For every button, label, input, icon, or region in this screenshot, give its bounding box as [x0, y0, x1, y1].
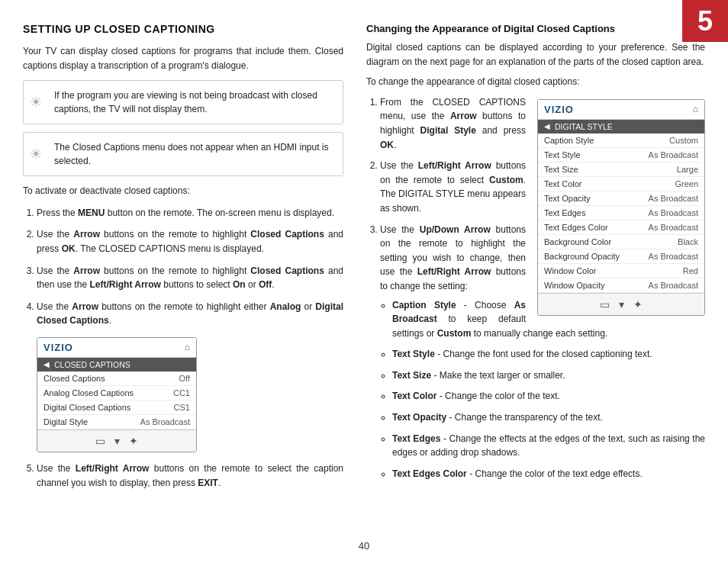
- right-column: Changing the Appearance of Digital Close…: [359, 23, 705, 540]
- left-menu-row-1: Analog Closed Captions CC1: [37, 386, 196, 401]
- right-row-8-value: As Broadcast: [649, 252, 698, 261]
- vizio-logo-right: VIZIO: [544, 104, 574, 115]
- left-row-0-value: Off: [179, 374, 190, 383]
- right-menu-row-0: Caption Style Custom: [538, 134, 704, 148]
- right-row-6-label: Text Edges Color: [544, 223, 608, 232]
- vizio-menu-right-footer: ▭ ▾ ✦: [538, 293, 704, 315]
- right-row-7-label: Background Color: [544, 237, 611, 246]
- right-menu-row-8: Background Opacity As Broadcast: [538, 249, 704, 264]
- right-row-3-value: Green: [675, 179, 698, 188]
- left-menu-row-2: Digital Closed Captions CS1: [37, 401, 196, 415]
- right-content-area: VIZIO ⌂ ◀ DIGITAL STYLE Caption Style Cu…: [366, 95, 705, 488]
- bullet-text-size: Text Size - Make the text larger or smal…: [392, 368, 705, 383]
- intro-text: Your TV can display closed captions for …: [23, 44, 343, 72]
- right-row-2-value: Large: [677, 165, 698, 174]
- right-row-10-label: Window Opacity: [544, 281, 604, 290]
- footer-icon-right-2: ▾: [619, 298, 624, 310]
- right-arrow-icon: ◀: [544, 122, 550, 130]
- left-row-1-label: Analog Closed Captions: [43, 388, 134, 397]
- vizio-menu-left: VIZIO ⌂ ◀ CLOSED CAPTIONS Closed Caption…: [37, 337, 197, 452]
- bullet-text-style: Text Style - Change the font used for th…: [392, 347, 705, 362]
- chapter-number: 5: [697, 5, 713, 37]
- bullet-text-opacity: Text Opacity - Change the transparency o…: [392, 410, 705, 425]
- footer-icon-left-2: ▾: [114, 435, 120, 447]
- right-row-4-label: Text Opacity: [544, 194, 591, 203]
- right-menu-row-1: Text Style As Broadcast: [538, 148, 704, 162]
- left-menu-row-0: Closed Captions Off: [37, 372, 196, 386]
- right-menu-row-6: Text Edges Color As Broadcast: [538, 220, 704, 235]
- vizio-logo-left: VIZIO: [43, 342, 73, 353]
- left-steps-list: Press the MENU button on the remote. The…: [23, 206, 343, 328]
- vizio-menu-right-header: VIZIO ⌂: [538, 100, 704, 120]
- info-box-2: ☀ The Closed Captions menu does not appe…: [23, 132, 343, 176]
- right-row-5-value: As Broadcast: [649, 208, 698, 217]
- bulb-icon-1: ☀: [30, 92, 42, 113]
- right-bullets-list: Caption Style - Choose As Broadcast to k…: [380, 298, 705, 481]
- right-section-title: Changing the Appearance of Digital Close…: [366, 23, 705, 34]
- right-menu-row-9: Window Color Red: [538, 264, 704, 278]
- vizio-menu-left-footer: ▭ ▾ ✦: [37, 429, 196, 452]
- right-row-9-value: Red: [683, 266, 698, 275]
- bullet-text-color: Text Color - Change the color of the tex…: [392, 389, 705, 404]
- right-menu-row-4: Text Opacity As Broadcast: [538, 191, 704, 206]
- footer-icon-left-1: ▭: [95, 435, 105, 447]
- left-arrow-icon: ◀: [43, 360, 50, 368]
- left-row-3-value: As Broadcast: [140, 417, 190, 426]
- left-row-1-value: CC1: [173, 388, 190, 397]
- left-step-4: Use the Arrow buttons on the remote to h…: [37, 300, 343, 328]
- right-menu-row-2: Text Size Large: [538, 162, 704, 177]
- vizio-menu-right-tab: ◀ DIGITAL STYLE: [538, 120, 704, 134]
- section-title: SETTING UP CLOSED CAPTIONING: [23, 23, 343, 35]
- left-tab-label: CLOSED CAPTIONS: [54, 360, 130, 369]
- right-row-7-value: Black: [678, 237, 698, 246]
- right-intro: Digital closed captions can be displayed…: [366, 40, 705, 69]
- home-icon-left: ⌂: [185, 342, 190, 352]
- right-row-0-label: Caption Style: [544, 136, 594, 145]
- right-row-6-value: As Broadcast: [649, 223, 698, 232]
- right-row-0-value: Custom: [669, 136, 698, 145]
- chapter-badge: 5: [682, 0, 728, 42]
- left-row-2-label: Digital Closed Captions: [43, 403, 130, 412]
- vizio-menu-left-tab: ◀ CLOSED CAPTIONS: [37, 358, 196, 372]
- footer-icon-left-3: ✦: [129, 435, 138, 447]
- left-step-1: Press the MENU button on the remote. The…: [37, 206, 343, 220]
- right-row-1-value: As Broadcast: [649, 150, 698, 159]
- left-step-5-list: Use the Left/Right Arrow buttons on the …: [23, 462, 343, 490]
- right-row-4-value: As Broadcast: [649, 194, 698, 203]
- left-row-0-label: Closed Captions: [43, 374, 105, 383]
- right-tab-label: DIGITAL STYLE: [555, 122, 613, 131]
- footer-icon-right-3: ✦: [633, 298, 643, 310]
- left-step-2: Use the Arrow buttons on the remote to h…: [37, 227, 343, 256]
- vizio-menu-left-header: VIZIO ⌂: [37, 338, 196, 358]
- right-row-2-label: Text Size: [544, 165, 578, 174]
- right-row-5-label: Text Edges: [544, 208, 585, 217]
- bulb-icon-2: ☀: [30, 144, 42, 165]
- activate-label: To activate or deactivate closed caption…: [23, 184, 343, 198]
- right-change-label: To change the appearance of digital clos…: [366, 75, 705, 89]
- right-menu-row-7: Background Color Black: [538, 235, 704, 249]
- info-box-1: ☀ If the program you are viewing is not …: [23, 80, 343, 124]
- vizio-menu-right: VIZIO ⌂ ◀ DIGITAL STYLE Caption Style Cu…: [537, 99, 705, 316]
- right-row-9-label: Window Color: [544, 266, 596, 275]
- page-number: 40: [359, 540, 369, 552]
- footer-icon-right-1: ▭: [600, 298, 610, 310]
- info-box-1-text: If the program you are viewing is not be…: [54, 90, 317, 114]
- left-row-3-label: Digital Style: [43, 417, 88, 426]
- right-menu-row-10: Window Opacity As Broadcast: [538, 278, 704, 293]
- right-row-8-label: Background Opacity: [544, 252, 620, 261]
- bullet-text-edges: Text Edges - Change the effects at the e…: [392, 432, 705, 460]
- right-menu-row-5: Text Edges As Broadcast: [538, 206, 704, 220]
- right-menu-row-3: Text Color Green: [538, 177, 704, 191]
- left-row-2-value: CS1: [174, 403, 190, 412]
- bullet-text-edges-color: Text Edges Color - Change the color of t…: [392, 467, 705, 481]
- right-row-1-label: Text Style: [544, 150, 581, 159]
- home-icon-right: ⌂: [693, 104, 698, 114]
- right-row-3-label: Text Color: [544, 179, 582, 188]
- left-step-3: Use the Arrow buttons on the remote to h…: [37, 264, 343, 292]
- info-box-2-text: The Closed Captions menu does not appear…: [54, 142, 329, 166]
- left-step-5: Use the Left/Right Arrow buttons on the …: [37, 462, 343, 490]
- right-row-10-value: As Broadcast: [649, 281, 698, 290]
- left-menu-row-3: Digital Style As Broadcast: [37, 415, 196, 429]
- left-column: SETTING UP CLOSED CAPTIONING Your TV can…: [23, 23, 359, 540]
